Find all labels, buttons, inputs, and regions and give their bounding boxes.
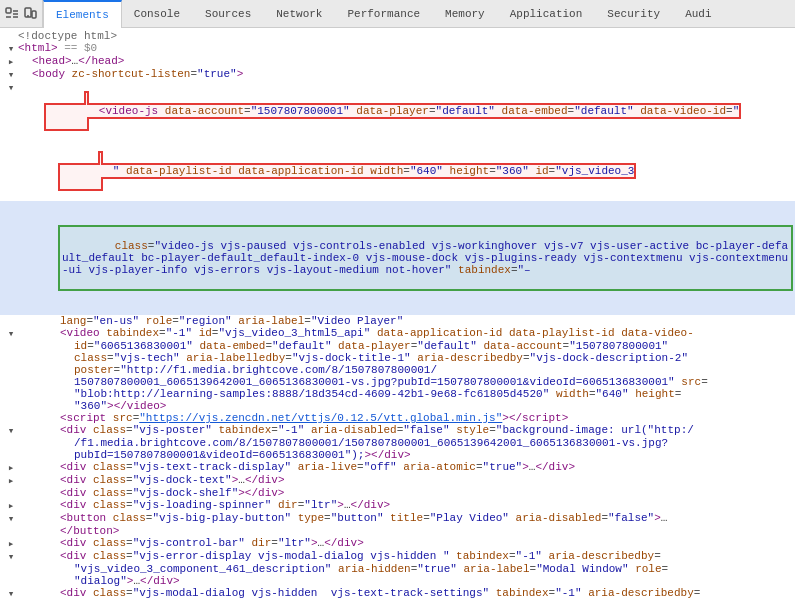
line-vjs-error: <div class="vjs-error-display vjs-modal-… [0,550,795,563]
expand-vjs-text-track[interactable] [4,461,18,474]
line-vjs-big-play-close: </button> [0,525,795,537]
video-class: class="vjs-tech" aria-labelledby="vjs-do… [74,352,791,364]
expand-head[interactable] [4,55,18,68]
line-vjs-modal: <div class="vjs-modal-dialog vjs-hidden … [0,587,795,600]
expand-vjs-dock-text[interactable] [4,474,18,487]
inspect-icon[interactable] [4,6,20,22]
line-videojs-cont: " data-playlist-id data-application-id w… [0,141,795,201]
tab-elements[interactable]: Elements [43,0,122,27]
line-class-attr: class="video-js vjs-paused vjs-controls-… [0,201,795,315]
html-content: <html> == $0 [18,42,791,54]
line-video-class: class="vjs-tech" aria-labelledby="vjs-do… [0,352,795,364]
line-body: <body zc-shortcut-listen="true"> [0,68,795,81]
video-tag: <video tabindex="-1" id="vjs_video_3_htm… [60,327,791,339]
expand-vjs-error[interactable] [4,550,18,563]
expand-vjs-poster[interactable] [4,424,18,437]
videojs-tag: <video-js data-account="1507807800001" d… [46,81,791,141]
tab-application[interactable]: Application [498,0,596,27]
line-vjs-control-bar: <div class="vjs-control-bar" dir="ltr">…… [0,537,795,550]
devtools-tab-bar: Elements Console Sources Network Perform… [0,0,795,28]
expand-vjs-loading[interactable] [4,499,18,512]
expand-videojs[interactable] [4,81,18,94]
line-vjs-poster-cont: /f1.media.brightcove.com/8/1507807800001… [0,437,795,449]
tab-security[interactable]: Security [595,0,673,27]
tab-memory[interactable]: Memory [433,0,498,27]
vjs-error-role: "dialog">…</div> [74,575,791,587]
line-html: <html> == $0 [0,42,795,55]
line-vjs-loading: <div class="vjs-loading-spinner" dir="lt… [0,499,795,512]
expand-video[interactable] [4,327,18,340]
line-video: <video tabindex="-1" id="vjs_video_3_htm… [0,327,795,340]
line-vjs-text-track: <div class="vjs-text-track-display" aria… [0,461,795,474]
vjs-poster-tag: <div class="vjs-poster" tabindex="-1" ar… [60,424,791,436]
vjs-modal-tag: <div class="vjs-modal-dialog vjs-hidden … [60,587,791,599]
svg-rect-0 [6,8,11,13]
expand-vjs-big-play[interactable] [4,512,18,525]
svg-rect-6 [32,11,36,18]
doctype-content: <!doctype html> [18,30,791,42]
vjs-error-tag: <div class="vjs-error-display vjs-modal-… [60,550,791,562]
line-lang: lang="en-us" role="region" aria-label="V… [0,315,795,327]
line-videojs: <video-js data-account="1507807800001" d… [0,81,795,141]
tab-audit[interactable]: Audi [673,0,724,27]
line-vjs-dock-shelf: <div class="vjs-dock-shelf"></div> [0,487,795,499]
head-content: <head>…</head> [32,55,791,67]
line-src: "blob:http://learning-samples:8888/18d35… [0,388,795,400]
body-content: <body zc-shortcut-listen="true"> [32,68,791,80]
script-src-link[interactable]: "https://vjs.zencdn.net/vttjs/0.12.5/vtt… [139,412,502,424]
line-poster: poster="http://f1.media.brightcove.com/8… [0,364,795,376]
vjs-text-track-tag: <div class="vjs-text-track-display" aria… [60,461,791,473]
class-attr: class="video-js vjs-paused vjs-controls-… [60,203,791,313]
vjs-error-cont: "vjs_video_3_component_461_description" … [74,563,791,575]
line-vjs-error-role: "dialog">…</div> [0,575,795,587]
device-toggle-icon[interactable] [22,6,38,22]
tab-bar-controls [0,0,43,27]
vjs-dock-shelf-tag: <div class="vjs-dock-shelf"></div> [60,487,791,499]
tab-network[interactable]: Network [264,0,335,27]
line-height: "360"></video> [0,400,795,412]
poster-cont: 1507807800001_6065139642001_606513683000… [74,376,791,388]
expand-html[interactable] [4,42,18,55]
line-vjs-dock-text: <div class="vjs-dock-text">…</div> [0,474,795,487]
line-vjs-poster-pub: pubId=1507807800001&videoId=606513683000… [0,449,795,461]
video-cont: id="6065136830001" data-embed="default" … [74,340,791,352]
expand-body[interactable] [4,68,18,81]
vjs-poster-pub: pubId=1507807800001&videoId=606513683000… [74,449,791,461]
vjs-dock-text-tag: <div class="vjs-dock-text">…</div> [60,474,791,486]
line-poster-cont: 1507807800001_6065139642001_606513683000… [0,376,795,388]
expand-vjs-modal[interactable] [4,587,18,600]
line-script: <script src="https://vjs.zencdn.net/vttj… [0,412,795,424]
vjs-loading-tag: <div class="vjs-loading-spinner" dir="lt… [60,499,791,511]
tab-console[interactable]: Console [122,0,193,27]
lang-attr: lang="en-us" role="region" aria-label="V… [60,315,791,327]
line-vjs-big-play: <button class="vjs-big-play-button" type… [0,512,795,525]
elements-panel: <!doctype html> <html> == $0 <head>…</he… [0,28,795,601]
line-doctype: <!doctype html> [0,30,795,42]
videojs-cont: " data-playlist-id data-application-id w… [60,141,791,201]
height-attr: "360"></video> [74,400,791,412]
poster-attr: poster="http://f1.media.brightcove.com/8… [74,364,791,376]
line-head: <head>…</head> [0,55,795,68]
vjs-big-play-close: </button> [60,525,791,537]
line-vjs-poster: <div class="vjs-poster" tabindex="-1" ar… [0,424,795,437]
vjs-control-bar-tag: <div class="vjs-control-bar" dir="ltr">…… [60,537,791,549]
vjs-poster-cont: /f1.media.brightcove.com/8/1507807800001… [74,437,791,449]
line-vjs-error-cont: "vjs_video_3_component_461_description" … [0,563,795,575]
script-tag: <script src="https://vjs.zencdn.net/vttj… [60,412,791,424]
tab-performance[interactable]: Performance [335,0,433,27]
src-attr: "blob:http://learning-samples:8888/18d35… [74,388,791,400]
expand-vjs-control-bar[interactable] [4,537,18,550]
line-video-cont: id="6065136830001" data-embed="default" … [0,340,795,352]
vjs-big-play-tag: <button class="vjs-big-play-button" type… [60,512,791,524]
tab-sources[interactable]: Sources [193,0,264,27]
